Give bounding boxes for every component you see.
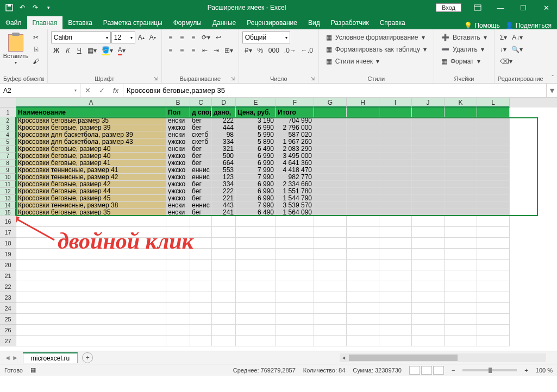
zoom-in-button[interactable]: +	[524, 367, 528, 374]
column-header[interactable]: G	[314, 98, 347, 108]
empty-cell[interactable]	[445, 270, 477, 281]
data-cell[interactable]: 1 551 780	[276, 188, 314, 195]
empty-cell[interactable]	[412, 260, 445, 270]
empty-cell[interactable]	[379, 238, 412, 249]
empty-cell[interactable]	[445, 292, 477, 303]
data-cell[interactable]: Кроссовки беговые, размер 42	[16, 181, 166, 188]
empty-cell[interactable]	[236, 270, 276, 281]
empty-cell[interactable]	[212, 336, 236, 346]
data-cell[interactable]: енски	[166, 117, 190, 124]
thousands-button[interactable]: 000	[266, 45, 281, 56]
data-cell[interactable]: Кроссовки беговые, размер 44	[16, 188, 166, 195]
data-cell[interactable]: 3 495 000	[276, 153, 314, 160]
empty-cell[interactable]	[445, 216, 477, 227]
header-cell[interactable]	[314, 108, 347, 117]
empty-cell[interactable]	[16, 292, 166, 303]
align-right-button[interactable]: ≡	[188, 45, 199, 56]
row-header[interactable]: 6	[0, 146, 16, 153]
data-cell[interactable]	[412, 146, 445, 153]
data-cell[interactable]	[314, 131, 347, 138]
data-cell[interactable]: 241	[212, 209, 236, 216]
empty-cell[interactable]	[379, 325, 412, 336]
italic-button[interactable]: К	[62, 45, 73, 56]
enter-formula-icon[interactable]: ✓	[95, 86, 109, 94]
tab-formulas[interactable]: Формулы	[168, 16, 207, 29]
qat-customize-icon[interactable]: ▾	[43, 3, 53, 12]
empty-cell[interactable]	[412, 216, 445, 227]
merge-button[interactable]: ⊞▾	[222, 45, 235, 56]
sheet-next-icon[interactable]: ►	[12, 354, 18, 362]
empty-cell[interactable]	[314, 238, 347, 249]
empty-cell[interactable]	[314, 249, 347, 260]
empty-cell[interactable]	[445, 249, 477, 260]
number-format-select[interactable]: Общий▾	[242, 31, 290, 43]
decrease-decimal-button[interactable]: ←.0	[299, 45, 315, 56]
empty-cell[interactable]	[166, 303, 190, 314]
data-cell[interactable]	[477, 167, 510, 174]
wrap-text-button[interactable]: ↩	[213, 31, 224, 43]
empty-cell[interactable]	[236, 336, 276, 346]
data-cell[interactable]	[477, 181, 510, 188]
empty-cell[interactable]	[477, 292, 510, 303]
row-header[interactable]: 18	[0, 238, 16, 249]
data-cell[interactable]: бег	[190, 188, 212, 195]
data-cell[interactable]	[445, 138, 477, 146]
column-header[interactable]: B	[166, 98, 190, 108]
fx-icon[interactable]: fx	[109, 86, 123, 94]
empty-cell[interactable]	[236, 303, 276, 314]
data-cell[interactable]: ужско	[166, 160, 190, 167]
data-cell[interactable]	[477, 153, 510, 160]
data-cell[interactable]: 6 990	[236, 195, 276, 202]
empty-cell[interactable]	[412, 227, 445, 238]
empty-cell[interactable]	[190, 303, 212, 314]
empty-cell[interactable]	[212, 249, 236, 260]
data-cell[interactable]	[477, 124, 510, 131]
empty-cell[interactable]	[379, 336, 412, 346]
indent-decrease-button[interactable]: ⇤	[199, 45, 210, 56]
data-cell[interactable]	[477, 202, 510, 209]
data-cell[interactable]	[445, 153, 477, 160]
data-cell[interactable]: енски	[166, 131, 190, 138]
empty-cell[interactable]	[166, 281, 190, 292]
data-cell[interactable]	[445, 202, 477, 209]
empty-cell[interactable]	[16, 281, 166, 292]
data-cell[interactable]: енски	[166, 202, 190, 209]
row-header[interactable]: 15	[0, 209, 16, 216]
empty-cell[interactable]	[477, 249, 510, 260]
data-cell[interactable]: ужско	[166, 181, 190, 188]
empty-cell[interactable]	[379, 216, 412, 227]
empty-cell[interactable]	[236, 281, 276, 292]
find-select-button[interactable]: 🔍▾	[509, 43, 525, 55]
empty-cell[interactable]	[212, 227, 236, 238]
empty-cell[interactable]	[166, 238, 190, 249]
data-cell[interactable]	[379, 174, 412, 181]
data-cell[interactable]: 6 490	[236, 209, 276, 216]
data-cell[interactable]	[379, 153, 412, 160]
macro-record-icon[interactable]: ▦	[30, 366, 36, 374]
empty-cell[interactable]	[166, 325, 190, 336]
name-box[interactable]: A2▾	[0, 84, 80, 97]
data-cell[interactable]	[445, 174, 477, 181]
data-cell[interactable]: ужско	[166, 138, 190, 146]
header-cell[interactable]: д спор	[190, 108, 212, 117]
autosum-button[interactable]: Σ▾	[498, 31, 509, 43]
row-header[interactable]: 10	[0, 174, 16, 181]
empty-cell[interactable]	[16, 325, 166, 336]
empty-cell[interactable]	[347, 270, 379, 281]
data-cell[interactable]: 1 967 260	[276, 138, 314, 146]
dialog-launcher-icon[interactable]: ⇲	[40, 76, 44, 81]
tab-pagelayout[interactable]: Разметка страницы	[98, 16, 168, 29]
empty-cell[interactable]	[379, 270, 412, 281]
page-break-view-icon[interactable]	[433, 366, 444, 375]
data-cell[interactable]	[477, 138, 510, 146]
data-cell[interactable]: 3 190	[236, 117, 276, 124]
close-icon[interactable]: ✕	[535, 0, 557, 15]
empty-cell[interactable]	[236, 216, 276, 227]
expand-formula-icon[interactable]: ▾	[546, 84, 557, 97]
header-cell[interactable]	[379, 108, 412, 117]
data-cell[interactable]: 123	[212, 174, 236, 181]
horizontal-scrollbar[interactable]: ◄	[340, 353, 546, 362]
data-cell[interactable]	[445, 167, 477, 174]
sheet-tab[interactable]: microexcel.ru	[23, 352, 78, 363]
empty-cell[interactable]	[477, 238, 510, 249]
